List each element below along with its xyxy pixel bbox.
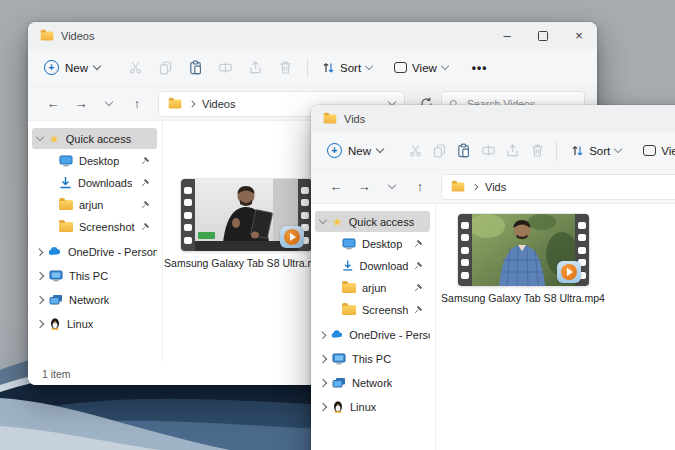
sidebar-item-network[interactable]: Network: [32, 289, 157, 310]
chevron-right-icon: [36, 247, 44, 255]
navigation-pane: ★ Quick access Desktop Downloads arjun: [311, 204, 436, 450]
file-item-video[interactable]: Samsung Galaxy Tab S8 Ultra.mp4: [448, 214, 598, 304]
forward-button[interactable]: →: [351, 180, 377, 193]
pin-icon: [414, 261, 423, 270]
star-icon: ★: [49, 133, 60, 145]
copy-button[interactable]: [150, 60, 180, 75]
close-button[interactable]: ×: [561, 22, 597, 49]
chevron-down-icon: [36, 133, 44, 141]
window-title: Vids: [344, 113, 365, 125]
titlebar[interactable]: Videos – ×: [28, 22, 597, 49]
sidebar-item-quick-access[interactable]: ★ Quick access: [315, 211, 430, 232]
back-button[interactable]: ←: [40, 97, 66, 110]
paste-icon: [188, 60, 203, 75]
sidebar-item-arjun[interactable]: arjun: [32, 194, 157, 215]
play-overlay: [280, 226, 304, 248]
chevron-right-icon: [36, 271, 44, 279]
folder-icon: [452, 182, 465, 191]
sort-arrows-icon: [322, 61, 335, 74]
sidebar-item-linux[interactable]: Linux: [315, 396, 430, 417]
rename-button[interactable]: [210, 60, 240, 75]
pin-icon: [414, 283, 423, 292]
paste-button[interactable]: [452, 143, 476, 158]
breadcrumb[interactable]: Vids: [441, 174, 675, 200]
pin-icon: [141, 156, 150, 165]
cut-button[interactable]: [120, 60, 150, 75]
paste-icon: [456, 143, 471, 158]
rename-icon: [481, 143, 496, 158]
up-button[interactable]: ↑: [407, 180, 433, 193]
toolbar-divider: [307, 58, 308, 78]
see-more-button[interactable]: •••: [465, 61, 495, 75]
pin-icon: [141, 178, 150, 187]
sidebar-item-desktop[interactable]: Desktop: [315, 233, 430, 254]
chevron-right-icon: [319, 331, 327, 339]
navigation-pane: ★ Quick access Desktop Downloads arjun: [28, 121, 163, 362]
share-button[interactable]: [240, 60, 270, 75]
linux-icon: [332, 400, 344, 413]
forward-button[interactable]: →: [68, 97, 94, 110]
command-bar: + New S: [311, 132, 675, 170]
back-button[interactable]: ←: [323, 180, 349, 193]
share-icon: [248, 60, 263, 75]
rename-icon: [218, 60, 233, 75]
folder-icon: [169, 99, 182, 108]
copy-icon: [432, 143, 447, 158]
recent-locations-button[interactable]: [379, 185, 405, 188]
sidebar-item-screenshots[interactable]: Screenshots: [315, 299, 430, 320]
chevron-down-icon: [614, 145, 622, 153]
network-icon: [49, 294, 63, 306]
maximize-button[interactable]: [525, 22, 561, 49]
new-button[interactable]: + New: [38, 60, 106, 75]
up-button[interactable]: ↑: [124, 97, 150, 110]
cut-button[interactable]: [403, 143, 427, 158]
share-button[interactable]: [501, 143, 525, 158]
sidebar-item-desktop[interactable]: Desktop: [32, 150, 157, 171]
folder-icon: [59, 222, 73, 232]
download-icon: [342, 259, 354, 272]
sidebar-item-this-pc[interactable]: This PC: [315, 348, 430, 369]
sort-button[interactable]: Sort: [564, 144, 628, 157]
sidebar-item-this-pc[interactable]: This PC: [32, 265, 157, 286]
download-icon: [59, 176, 72, 189]
recent-locations-button[interactable]: [96, 102, 122, 105]
titlebar[interactable]: Vids: [311, 105, 675, 132]
breadcrumb-folder[interactable]: Videos: [202, 98, 235, 110]
chevron-right-icon: [189, 100, 196, 107]
chevron-down-icon: [376, 145, 384, 153]
sidebar-item-downloads[interactable]: Downloads: [32, 172, 157, 193]
new-plus-icon: +: [44, 60, 59, 75]
monitor-icon: [342, 238, 356, 250]
paste-button[interactable]: [180, 60, 210, 75]
sidebar-item-arjun[interactable]: arjun: [315, 277, 430, 298]
copy-icon: [158, 60, 173, 75]
delete-button[interactable]: [525, 143, 549, 158]
copy-button[interactable]: [427, 143, 451, 158]
sidebar-item-screenshots[interactable]: Screenshots: [32, 216, 157, 237]
cloud-icon: [48, 246, 61, 257]
sidebar-item-network[interactable]: Network: [315, 372, 430, 393]
play-overlay: [557, 261, 581, 283]
sidebar-item-onedrive[interactable]: OneDrive - Personal: [315, 324, 430, 345]
file-item-video[interactable]: Samsung Galaxy Tab S8 Ultra.mp4: [171, 179, 321, 269]
view-button[interactable]: View: [387, 62, 455, 74]
view-button[interactable]: View: [636, 145, 675, 157]
file-name: Samsung Galaxy Tab S8 Ultra.mp4: [164, 257, 328, 269]
folder-icon: [342, 283, 356, 293]
linux-icon: [49, 317, 61, 330]
sidebar-item-onedrive[interactable]: OneDrive - Personal: [32, 241, 157, 262]
sidebar-item-linux[interactable]: Linux: [32, 313, 157, 334]
sidebar-item-downloads[interactable]: Downloads: [315, 255, 430, 276]
breadcrumb-folder[interactable]: Vids: [485, 181, 506, 193]
monitor-icon: [59, 155, 73, 167]
desktop: Videos – × + New: [0, 0, 675, 450]
rename-button[interactable]: [476, 143, 500, 158]
video-thumbnail: [458, 214, 589, 286]
sort-button[interactable]: Sort: [315, 61, 379, 74]
delete-button[interactable]: [270, 60, 300, 75]
toolbar-divider: [556, 141, 557, 161]
minimize-button[interactable]: –: [489, 22, 525, 49]
view-icon: [643, 145, 656, 156]
new-button[interactable]: + New: [321, 143, 389, 158]
sidebar-item-quick-access[interactable]: ★ Quick access: [32, 128, 157, 149]
